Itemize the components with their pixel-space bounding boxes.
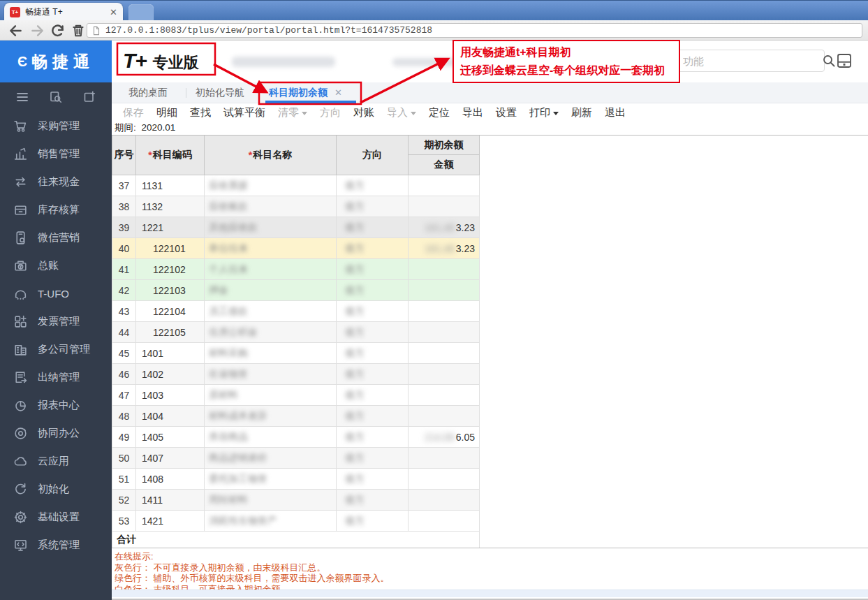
sidebar-item-label: T-UFO [38, 288, 69, 300]
table-row[interactable]: 391221其他应收款借方181,483.23 [112, 217, 480, 238]
sidebar-item-13[interactable]: 云应用 [0, 447, 112, 475]
table-row[interactable]: 531421消耗性生物资产借方 [112, 511, 480, 532]
cell-seq: 40 [112, 238, 136, 258]
sidebar-item-9[interactable]: 多公司管理 [0, 335, 112, 363]
sidebar-item-2[interactable]: 销售管理 [0, 140, 112, 168]
toolbar-button-11[interactable]: 设置 [496, 106, 517, 119]
back-icon[interactable] [8, 23, 24, 38]
toolbar-button-12[interactable]: 打印 [529, 106, 559, 119]
toolbar-button-4[interactable]: 试算平衡 [223, 106, 265, 119]
cell-seq: 45 [112, 343, 136, 363]
table-row[interactable]: 521411周转材料借方 [112, 490, 480, 511]
toolbar-button-2[interactable]: 明细 [156, 106, 177, 119]
table-row[interactable]: 491405库存商品借方214,996.05 [112, 427, 480, 448]
toolbar-button-7[interactable]: 对账 [353, 106, 374, 119]
period-bar: 期间: 2020.01 [112, 122, 868, 136]
sidebar-item-8[interactable]: 发票管理 [0, 307, 112, 335]
tab-divider [186, 88, 186, 98]
cell-code: 1408 [136, 469, 205, 489]
table-row[interactable]: 44122105住房公积金借方 [112, 322, 480, 343]
sidebar-item-6[interactable]: 总账 [0, 251, 112, 279]
sidebar-item-1[interactable]: 采购管理 [0, 112, 112, 140]
toolbar-button-13[interactable]: 刷新 [571, 106, 592, 119]
sidebar-item-10[interactable]: 出纳管理 [0, 363, 112, 391]
ufo-icon [13, 286, 38, 301]
floppy-icon[interactable] [836, 52, 853, 69]
menu-search-icon[interactable] [49, 90, 63, 104]
workspace-tab-3[interactable]: 科目期初余额✕ [269, 82, 342, 103]
cell-seq: 50 [112, 448, 136, 468]
cell-name: 消耗性生物资产 [205, 511, 337, 531]
toolbar-button-6: 方向 [320, 106, 341, 119]
sidebar-item-label: 库存核算 [38, 203, 80, 217]
search-input[interactable] [673, 55, 822, 67]
sidebar-item-7[interactable]: T-UFO [0, 279, 112, 307]
cell-direction: 借方 [337, 469, 409, 489]
toolbar-button-3[interactable]: 查找 [190, 106, 211, 119]
cell-amount [409, 280, 480, 300]
annotation-note: 用友畅捷通t+科目期初 迁移到金蝶云星空-每个组织对应一套期初 [453, 40, 680, 83]
cell-amount [409, 322, 480, 342]
system-monitor-icon [13, 538, 38, 553]
table-row[interactable]: 40122101单位往来借方181,483.23 [112, 238, 480, 259]
sidebar-item-15[interactable]: 基础设置 [0, 503, 112, 531]
table-row[interactable]: 381132应收账款借方 [112, 196, 480, 217]
hints-title: 在线提示: [115, 551, 390, 562]
trash-icon[interactable] [71, 23, 86, 38]
cell-code: 122104 [136, 301, 205, 321]
table-row[interactable]: 41122102个人往来借方 [112, 259, 480, 280]
toolbar-button-9[interactable]: 定位 [429, 106, 450, 119]
cell-name: 应收票据 [205, 175, 337, 196]
sidebar-item-16[interactable]: 系统管理 [0, 531, 112, 559]
url-bar[interactable]: 127.0.0.1:8083/tplus/view/portal/portal.… [87, 23, 862, 38]
col-header-opening-balance: 期初余额 [409, 136, 479, 155]
workspace-tab-2[interactable]: 初始化导航 [196, 82, 244, 103]
cell-code: 122103 [136, 280, 205, 300]
sidebar-item-label: 初始化 [38, 483, 69, 496]
table-row[interactable]: 43122104员工借款借方 [112, 301, 480, 322]
cell-code: 1221 [136, 217, 205, 237]
forward-icon[interactable] [29, 23, 45, 38]
table-row[interactable]: 451401材料采购借方 [112, 343, 480, 364]
workspace-tab-1[interactable]: 我的桌面 [128, 82, 168, 103]
cell-direction: 借方 [337, 175, 409, 196]
table-row[interactable]: 42122103押金借方 [112, 280, 480, 301]
tab-close-icon[interactable]: ✕ [334, 87, 342, 98]
col-header-balance-group: 期初余额 金额 [409, 136, 480, 175]
table-row[interactable]: 501407商品进销差价借方 [112, 448, 480, 469]
toolbar-button-10[interactable]: 导出 [462, 106, 483, 119]
menu-icon[interactable] [15, 90, 29, 104]
sidebar-item-4[interactable]: 库存核算 [0, 196, 112, 224]
search-icon[interactable] [822, 54, 836, 68]
browser-tab-close-icon[interactable]: ✕ [110, 8, 117, 17]
period-label: 期间: [115, 122, 136, 133]
cell-seq: 41 [112, 259, 136, 279]
url-text: 127.0.0.1:8083/tplus/view/portal/portal.… [105, 25, 432, 36]
menu-add-icon[interactable] [82, 90, 96, 104]
table-row[interactable]: 511408委托加工物资借方 [112, 469, 480, 490]
new-tab-button[interactable] [128, 4, 154, 21]
table-row[interactable]: 461402在途物资借方 [112, 364, 480, 385]
cell-name: 库存商品 [205, 427, 337, 447]
cart-icon [13, 119, 38, 133]
cell-seq: 43 [112, 301, 136, 321]
brand-name: 畅捷通 [31, 51, 94, 73]
sidebar-item-5[interactable]: 微信营销 [0, 224, 112, 251]
table-row[interactable]: 481404材料成本差异借方 [112, 406, 480, 427]
browser-navbar: 127.0.0.1:8083/tplus/view/portal/portal.… [0, 20, 868, 41]
table-row[interactable]: 471403原材料借方 [112, 385, 480, 406]
workspace-tabbar: 我的桌面初始化导航科目期初余额✕ [112, 82, 868, 103]
period-value: 2020.01 [142, 122, 176, 133]
balance-grid: 序号 *科目编码 *科目名称 方向 期初余额 金额 371131应收票据借方38… [112, 136, 480, 548]
sidebar-item-label: 系统管理 [38, 539, 80, 552]
toolbar-button-14[interactable]: 退出 [605, 106, 626, 119]
sidebar-item-11[interactable]: 报表中心 [0, 391, 112, 419]
table-row[interactable]: 371131应收票据借方 [112, 175, 480, 196]
reload-icon[interactable] [50, 23, 66, 38]
sidebar-item-12[interactable]: 协同办公 [0, 419, 112, 447]
sidebar-item-3[interactable]: 往来现金 [0, 168, 112, 196]
sidebar-item-14[interactable]: 初始化 [0, 475, 112, 503]
browser-tabstrip: T+ 畅捷通 T+ ✕ [0, 0, 868, 20]
browser-tab[interactable]: T+ 畅捷通 T+ ✕ [4, 3, 123, 21]
total-label: 合计 [117, 534, 136, 546]
